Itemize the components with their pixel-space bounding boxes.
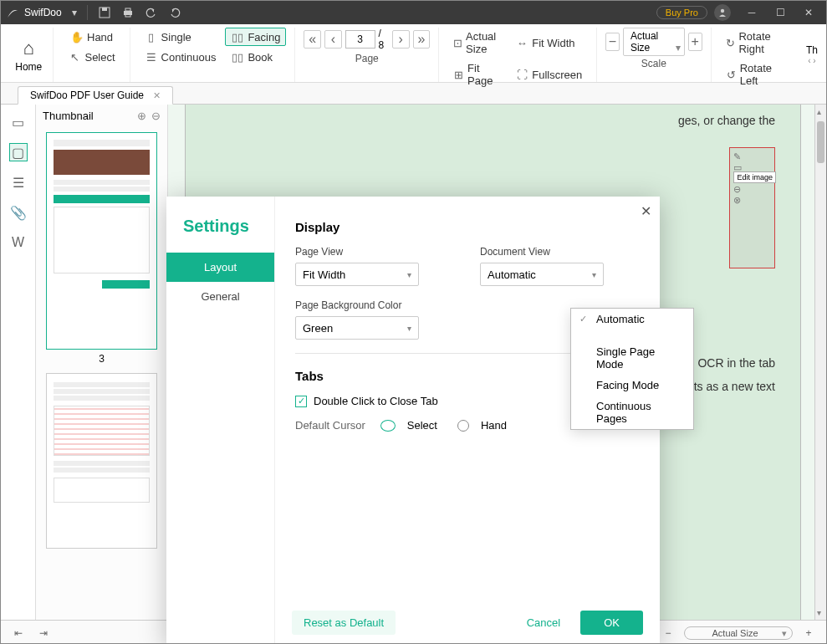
home-section[interactable]: ⌂ Home xyxy=(4,28,54,82)
fit-section: ⊡Actual Size ↔Fit Width ⊞Fit Page ⛶Fulls… xyxy=(439,28,597,82)
redo-icon[interactable] xyxy=(163,3,186,23)
continuous-label: Continuous xyxy=(161,51,217,64)
settings-sidebar: Settings Layout General xyxy=(166,197,275,644)
sb-scale-dropdown[interactable]: Actual Size xyxy=(684,626,793,640)
select-label: Select xyxy=(84,51,115,64)
scale-dropdown[interactable]: Actual Size xyxy=(623,28,685,56)
single-page-icon: ▯ xyxy=(145,30,158,43)
bookmark-panel-icon[interactable]: ▭ xyxy=(9,113,28,131)
first-page-button[interactable]: « xyxy=(304,30,321,49)
rotate-right-label: Rotate Right xyxy=(738,30,784,55)
zoom-out-button[interactable]: − xyxy=(605,33,620,51)
fit-page-button[interactable]: ⊞Fit Page xyxy=(447,59,506,89)
last-page-button[interactable]: » xyxy=(413,30,431,49)
page-input[interactable] xyxy=(345,30,375,49)
export-panel-icon[interactable]: W xyxy=(9,233,28,252)
outline-panel-icon[interactable]: ☰ xyxy=(9,173,28,192)
doc-fragment-top: ges, or change the xyxy=(678,114,775,127)
cancel-button[interactable]: Cancel xyxy=(512,611,575,635)
rotate-right-button[interactable]: ↻Rotate Right xyxy=(720,28,789,58)
rotate-left-icon: ↺ xyxy=(726,68,737,81)
fullscreen-button[interactable]: ⛶Fullscreen xyxy=(509,59,588,89)
undo-icon[interactable] xyxy=(140,3,163,23)
book-view-button[interactable]: ▯▯Book xyxy=(225,48,286,66)
hand-label: Hand xyxy=(87,31,113,43)
thumbnail-page-3[interactable] xyxy=(46,132,157,350)
facing-label: Facing xyxy=(248,31,280,43)
scrollbar-thumb[interactable] xyxy=(817,121,824,163)
page-view-label: Page View xyxy=(295,246,455,258)
prev-page-button[interactable]: ‹ xyxy=(324,30,342,49)
scroll-down-icon[interactable]: ▾ xyxy=(817,608,821,617)
doc-image-toolbar: Edit image ✎▭⟳⊖⊗ xyxy=(729,147,775,268)
hand-tool-button[interactable]: ✋Hand xyxy=(64,28,119,46)
scale-section: − Actual Size + Scale xyxy=(597,28,711,82)
hand-icon: ✋ xyxy=(70,30,84,43)
thumb-zoom-in-icon[interactable]: ⊕ xyxy=(137,110,146,122)
app-menu-dropdown[interactable]: ▾ xyxy=(67,7,82,18)
overflow-icon: ‹ › xyxy=(808,56,815,65)
sb-expand-right-icon[interactable]: ⇥ xyxy=(34,625,53,641)
document-view-select[interactable]: Automatic▾ xyxy=(480,263,604,286)
book-label: Book xyxy=(248,51,273,64)
dropdown-item-automatic[interactable]: Automatic xyxy=(571,309,693,330)
continuous-view-button[interactable]: ☰Continuous xyxy=(139,48,222,66)
close-tab-icon[interactable]: ✕ xyxy=(153,90,161,100)
continuous-icon: ☰ xyxy=(145,50,158,64)
dropdown-item-continuous[interactable]: Continuous Pages xyxy=(571,396,693,429)
cursor-hand-radio[interactable] xyxy=(457,420,469,432)
thumb-zoom-out-icon[interactable]: ⊖ xyxy=(151,110,161,122)
sb-collapse-left-icon[interactable]: ⇤ xyxy=(9,625,28,641)
settings-tab-layout[interactable]: Layout xyxy=(166,253,274,282)
thumbnail-panel-icon[interactable]: ▢ xyxy=(9,143,28,161)
overflow-label: Th xyxy=(806,44,818,56)
app-logo-icon xyxy=(4,4,21,21)
close-button[interactable]: ✕ xyxy=(794,1,823,24)
home-icon: ⌂ xyxy=(23,38,34,59)
bg-color-value: Green xyxy=(303,322,333,335)
book-icon: ▯▯ xyxy=(231,50,244,64)
sb-zoom-out-button[interactable]: − xyxy=(659,625,677,641)
attachment-panel-icon[interactable]: 📎 xyxy=(9,203,28,222)
user-icon[interactable] xyxy=(714,4,731,21)
chevron-down-icon: ▾ xyxy=(592,270,596,279)
page-view-value: Fit Width xyxy=(303,268,345,281)
settings-close-button[interactable]: ✕ xyxy=(641,203,651,219)
dropdown-item-facing[interactable]: Facing Mode xyxy=(571,375,693,396)
save-icon[interactable] xyxy=(93,3,116,23)
minimize-button[interactable]: ─ xyxy=(738,1,766,24)
buy-pro-button[interactable]: Buy Pro xyxy=(656,6,707,19)
checkbox-icon: ✓ xyxy=(295,396,307,407)
cursor-select-radio[interactable] xyxy=(380,420,396,432)
thumbnail-panel: Thumbnail ⊕ ⊖ 3 xyxy=(36,105,168,620)
vertical-scrollbar[interactable]: ▴ ▾ xyxy=(814,105,826,620)
overflow-section[interactable]: Th ‹ › xyxy=(798,28,826,82)
ok-button[interactable]: OK xyxy=(580,611,643,635)
bg-color-select[interactable]: Green▾ xyxy=(295,316,419,340)
actual-size-button[interactable]: ⊡Actual Size xyxy=(447,28,506,58)
sb-zoom-in-button[interactable]: + xyxy=(799,625,818,641)
toolbar: ⌂ Home ✋Hand ↖Select ▯Single ▯▯Facing ☰C… xyxy=(1,24,826,83)
facing-view-button[interactable]: ▯▯Facing xyxy=(225,28,286,46)
print-icon[interactable] xyxy=(116,3,140,23)
reset-default-button[interactable]: Reset as Default xyxy=(292,611,396,635)
page-view-select[interactable]: Fit Width▾ xyxy=(295,263,419,286)
maximize-button[interactable]: ☐ xyxy=(766,1,794,24)
rotate-left-button[interactable]: ↺Rotate Left xyxy=(720,59,789,89)
document-view-dropdown-menu: Automatic Single Page Mode Facing Mode C… xyxy=(570,308,694,430)
dropdown-item-single[interactable]: Single Page Mode xyxy=(571,341,693,375)
zoom-in-button[interactable]: + xyxy=(688,33,702,51)
scroll-up-icon[interactable]: ▴ xyxy=(817,107,821,116)
chevron-down-icon: ▾ xyxy=(407,270,411,279)
settings-tab-general[interactable]: General xyxy=(166,282,274,311)
rotate-section: ↻Rotate Right ↺Rotate Left xyxy=(712,28,798,82)
next-page-button[interactable]: › xyxy=(392,30,410,49)
thumbnail-page-4[interactable] xyxy=(46,373,157,549)
single-view-button[interactable]: ▯Single xyxy=(139,28,222,46)
select-tool-button[interactable]: ↖Select xyxy=(62,48,120,66)
fit-width-button[interactable]: ↔Fit Width xyxy=(509,28,588,58)
titlebar: SwifDoo ▾ Buy Pro ─ ☐ ✕ xyxy=(1,1,826,24)
fullscreen-icon: ⛶ xyxy=(515,68,528,81)
document-tab[interactable]: SwifDoo PDF User Guide ✕ xyxy=(18,86,173,105)
app-name: SwifDoo xyxy=(24,7,62,18)
